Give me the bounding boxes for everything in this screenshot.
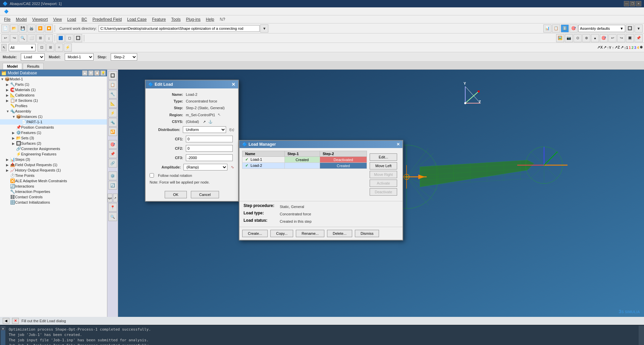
tb-right-undo[interactable]: ↩ (608, 34, 616, 42)
edit-load-cancel-button[interactable]: Cancel (191, 191, 219, 198)
lm-move-right-button[interactable]: Move Right (370, 171, 397, 178)
tb-btn-a1[interactable]: 📊 (543, 24, 551, 32)
record-btn[interactable]: ⏺️ (45, 24, 53, 32)
menu-view[interactable]: View (51, 16, 65, 22)
lm-create-button[interactable]: Create... (242, 230, 268, 237)
new-btn[interactable]: 📄 (1, 24, 9, 32)
edit-load-ok-button[interactable]: OK (165, 191, 187, 198)
tree-time-points[interactable]: ⏱️ Time Points (0, 173, 107, 178)
status-scroll-up[interactable]: ▲ (1, 326, 5, 330)
form-amplitude-select[interactable]: (Ramp) (183, 164, 227, 170)
open-btn[interactable]: 📂 (10, 24, 18, 32)
tab-results[interactable]: Results (23, 63, 44, 69)
tb-btn-a3[interactable]: ℹ️ (561, 24, 569, 32)
sidebar-ctrl-up[interactable]: ▲ (82, 70, 88, 76)
restore-button[interactable]: ❐ (630, 1, 635, 6)
form-cf1-input[interactable] (186, 136, 233, 142)
minimize-button[interactable]: — (624, 1, 629, 6)
tree-instances[interactable]: ▼ 📦 Instances (1) (0, 114, 107, 119)
sidebar-ctrl-info[interactable]: 💡 (100, 70, 106, 76)
form-cf3-input[interactable] (186, 154, 233, 161)
menu-predefined-field[interactable]: Predefined Field (90, 16, 124, 22)
lm-copy-button[interactable]: Copy... (270, 230, 293, 237)
lt-btn-12[interactable]: 🔄 (108, 181, 117, 190)
nav-back[interactable]: ↩ (1, 34, 9, 42)
lt-btn-2[interactable]: 📋 (108, 80, 117, 89)
tree-ale[interactable]: 🔀 ALE Adaptive Mesh Constraints (0, 178, 107, 184)
tree-field-output[interactable]: ▶ 📤 Field Output Requests (1) (0, 162, 107, 167)
tab-model[interactable]: Model (3, 63, 22, 69)
tree-parts[interactable]: ▶ 🔧 Parts (1) (0, 82, 107, 87)
view-shaded[interactable]: 🔲 (74, 34, 82, 42)
select-by-angle[interactable]: ⌗ (55, 44, 63, 52)
follow-rotation-checkbox[interactable] (150, 173, 154, 178)
assembly-defaults-dropdown[interactable]: Assembly defaults ▼ (578, 25, 625, 32)
tree-connector-assignments[interactable]: 🔗 Connector Assignments (0, 146, 107, 151)
tree-steps[interactable]: ▶ 📊 Steps (3) (0, 157, 107, 162)
status-scroll-btns[interactable]: ▲ ▼ (0, 326, 6, 345)
tb-right-6[interactable]: 🎯 (600, 34, 608, 42)
menu-viewport[interactable]: Viewport (30, 16, 50, 22)
close-button[interactable]: ✕ (636, 1, 641, 6)
tb-right-1[interactable]: 🖼️ (556, 34, 564, 42)
tree-sets[interactable]: ▶ 📂 Sets (3) (0, 135, 107, 141)
tb-right-2[interactable]: 📷 (565, 34, 573, 42)
zoom-fit[interactable]: ⊞ (36, 34, 44, 42)
tb-right-7[interactable]: 🔳 (626, 34, 634, 42)
pause-btn[interactable]: ⏸️ (36, 24, 44, 32)
tree-model-1[interactable]: ▼ 📦 Model-1 (0, 76, 107, 82)
menu-feature[interactable]: Feature (149, 16, 168, 22)
model-select[interactable]: Model-1 (65, 53, 94, 61)
lt-btn-8[interactable]: 🎯 (108, 140, 117, 149)
nav-back-btn[interactable]: ◀ (3, 318, 9, 324)
tb-right-3[interactable]: ⊙ (574, 34, 582, 42)
edit-load-close[interactable]: ✕ (231, 82, 235, 87)
lt-btn-3[interactable]: 🔧 (108, 90, 117, 98)
tree-part-1-1[interactable]: 📄 PART-1-1 (0, 119, 107, 125)
csys-icon2[interactable]: ⚓ (208, 120, 212, 124)
csys-icon1[interactable]: ↗ (203, 120, 206, 124)
view-wire[interactable]: ◻ (65, 34, 73, 42)
menu-help2[interactable]: ℕ? (217, 16, 228, 22)
form-dist-select[interactable]: Uniform (183, 126, 226, 133)
menu-file[interactable]: File (1, 16, 13, 22)
zoom-box[interactable]: ⬜ (28, 34, 36, 42)
sidebar-ctrl-down[interactable]: ▼ (88, 70, 94, 76)
load-manager-close[interactable]: ✕ (396, 142, 400, 147)
lm-delete-button[interactable]: Delete... (327, 230, 352, 237)
lt-btn-9[interactable]: 📌 (108, 149, 117, 158)
table-row[interactable]: ✓ Load-1 Created Deactivated (243, 157, 367, 163)
select-special[interactable]: ⚡ (64, 44, 72, 52)
menu-tools[interactable]: Tools (168, 16, 183, 22)
lt-btn-4[interactable]: 📐 (108, 99, 117, 108)
tree-interactions[interactable]: 🔄 Interactions (0, 184, 107, 189)
sidebar-ctrl-copy[interactable]: 📋 (94, 70, 100, 76)
cursor-icon[interactable]: ↖ (1, 44, 7, 51)
menu-plugins[interactable]: Plug-ins (183, 16, 203, 22)
lt-btn-1[interactable]: 🔲 (108, 71, 117, 80)
lm-edit-button[interactable]: Edit... (370, 153, 397, 161)
lm-move-left-button[interactable]: Move Left (370, 162, 397, 169)
tb-right-redo[interactable]: ↪ (617, 34, 625, 42)
lt-btn-10[interactable]: 🔗 (108, 159, 117, 167)
print-btn[interactable]: 🖨️ (28, 24, 36, 32)
tree-contact-init[interactable]: 🔢 Contact Initializations (0, 200, 107, 205)
tb-right-8[interactable]: 📌 (635, 34, 643, 42)
menu-load[interactable]: Load (64, 16, 79, 22)
table-row[interactable]: ✓ Load-2 Created (243, 163, 367, 169)
lt-btn-xyz[interactable]: xyz (108, 194, 112, 202)
tb-right-5[interactable]: ● (591, 34, 599, 42)
lt-btn-13[interactable]: 📍 (108, 203, 117, 212)
filter-all[interactable]: All ▼ (9, 44, 36, 51)
nav-cancel-btn[interactable]: ✕ (12, 318, 19, 324)
lm-activate-button[interactable]: Activate (370, 180, 397, 187)
tb-btn-a2[interactable]: 📋 (552, 24, 560, 32)
tb-btn-b1[interactable]: 🔲 (626, 24, 634, 32)
tree-history-output[interactable]: ▶ 📈 History Output Requests (1) (0, 167, 107, 173)
tb-btn-a4[interactable]: 🎯 (570, 24, 578, 32)
lm-deactivate-button[interactable]: Deactivate (370, 188, 397, 196)
window-controls[interactable]: — ❐ ✕ (624, 1, 641, 6)
tree-sections[interactable]: ▶ 📋 # Sections (1) (0, 98, 107, 103)
tb-right-4[interactable]: ⊕ (582, 34, 590, 42)
menu-load-case[interactable]: Load Case (124, 16, 149, 22)
